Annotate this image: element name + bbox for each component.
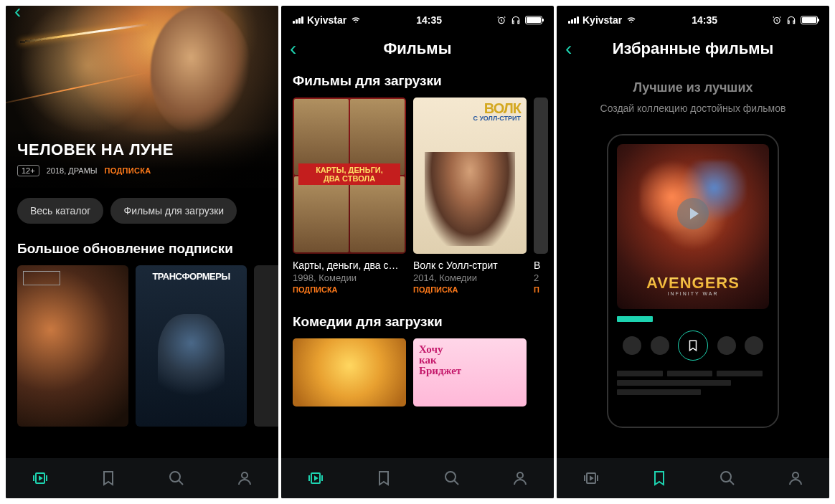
movie-tag: П bbox=[534, 285, 548, 294]
page-title: Фильмы bbox=[384, 39, 452, 58]
status-right bbox=[772, 15, 818, 25]
back-button[interactable]: ‹ bbox=[290, 37, 296, 60]
status-time: 14:35 bbox=[692, 14, 717, 26]
poster-text: ВОЛК bbox=[473, 102, 521, 115]
movie-poster[interactable] bbox=[293, 338, 406, 406]
poster-subtitle: INFINITY WAR bbox=[617, 291, 769, 296]
tab-bookmarks[interactable] bbox=[374, 468, 394, 488]
comedy-row[interactable]: Хочу как Бриджет bbox=[281, 338, 554, 406]
play-icon bbox=[677, 198, 709, 229]
favorites-mockup: AVENGERS INFINITY WAR bbox=[607, 134, 779, 428]
movie-title: Карты, деньги, два с… bbox=[293, 260, 406, 271]
subscribe-tag: ПОДПИСКА bbox=[105, 166, 151, 175]
hero-meta: 2018, ДРАМЫ bbox=[47, 166, 98, 175]
screen-home: Kyivstar 14:34 ‹ ЧЕЛОВЕК НА ЛУНЕ 12+ 201… bbox=[6, 6, 278, 498]
headphones-icon bbox=[786, 15, 796, 25]
poster-item[interactable] bbox=[17, 265, 128, 427]
movie-poster[interactable]: ВОЛКС УОЛЛ-СТРИТ bbox=[413, 98, 527, 254]
chip-catalog[interactable]: Весь каталог bbox=[17, 198, 103, 224]
svg-point-6 bbox=[445, 472, 456, 482]
hero-banner[interactable]: Kyivstar 14:34 ‹ ЧЕЛОВЕК НА ЛУНЕ 12+ 201… bbox=[6, 6, 278, 188]
poster-row[interactable]: ТРАНСФОРМЕРЫ bbox=[6, 265, 278, 427]
svg-point-10 bbox=[721, 472, 731, 482]
battery-icon bbox=[525, 16, 542, 24]
tab-profile[interactable] bbox=[235, 468, 255, 488]
movie-title: В bbox=[534, 260, 548, 271]
movie-tag: ПОДПИСКА bbox=[413, 285, 527, 294]
status-time: 14:35 bbox=[416, 14, 442, 26]
movie-poster[interactable]: КАРТЫ, ДЕНЬГИ,ДВА СТВОЛА bbox=[293, 98, 406, 254]
headphones-icon bbox=[511, 15, 521, 25]
back-button[interactable]: ‹ bbox=[565, 37, 572, 60]
mockup-accent-bar bbox=[617, 316, 653, 322]
signal-icon bbox=[568, 16, 579, 24]
mockup-line bbox=[617, 380, 731, 386]
tab-search[interactable] bbox=[717, 468, 737, 488]
wifi-icon bbox=[350, 16, 362, 24]
svg-point-11 bbox=[793, 472, 798, 478]
mockup-dot bbox=[745, 336, 763, 355]
alarm-icon bbox=[772, 15, 782, 25]
poster-text: С УОЛЛ-СТРИТ bbox=[473, 115, 521, 122]
section-title: Комедии для загрузки bbox=[281, 307, 554, 338]
carrier-label: Kyivstar bbox=[582, 14, 622, 26]
tab-search[interactable] bbox=[442, 468, 462, 488]
tab-home[interactable] bbox=[581, 468, 601, 488]
hero-title: ЧЕЛОВЕК НА ЛУНЕ bbox=[17, 141, 267, 159]
poster-title: AVENGERS bbox=[617, 274, 769, 293]
poster-text: ДВА СТВОЛА bbox=[298, 174, 400, 183]
mockup-line bbox=[667, 371, 713, 376]
bookmark-icon bbox=[678, 331, 708, 361]
chip-row: Весь каталог Фильмы для загрузки bbox=[6, 188, 278, 234]
wifi-icon bbox=[626, 16, 637, 24]
movie-poster[interactable] bbox=[534, 98, 548, 254]
section-title: Фильмы для загрузки bbox=[281, 66, 554, 98]
mockup-line bbox=[717, 371, 763, 376]
favorites-description: Создай коллекцию достойных фильмов bbox=[557, 103, 829, 114]
tab-bookmarks[interactable] bbox=[649, 468, 669, 488]
poster-text: Хочу bbox=[419, 344, 521, 355]
movie-meta: 2 bbox=[534, 272, 548, 283]
movie-meta: 2014, Комедии bbox=[413, 272, 527, 283]
mockup-line bbox=[617, 389, 701, 395]
tab-home[interactable] bbox=[30, 468, 50, 488]
tab-profile[interactable] bbox=[786, 468, 806, 488]
mockup-line bbox=[617, 371, 663, 376]
movie-meta: 1998, Комедии bbox=[293, 272, 406, 283]
screen-favorites: Kyivstar 14:35 ‹ Избранные фильмы Лучшие… bbox=[557, 6, 829, 498]
svg-point-3 bbox=[242, 472, 247, 478]
status-left: Kyivstar bbox=[568, 14, 637, 26]
movie-card[interactable]: КАРТЫ, ДЕНЬГИ,ДВА СТВОЛА Карты, деньги, … bbox=[293, 98, 406, 294]
mockup-dot bbox=[623, 336, 641, 355]
tab-profile[interactable] bbox=[510, 468, 530, 488]
tab-bar bbox=[557, 458, 829, 498]
tab-home[interactable] bbox=[306, 468, 326, 488]
movie-poster[interactable]: Хочу как Бриджет bbox=[413, 338, 527, 406]
signal-icon bbox=[293, 16, 303, 24]
svg-point-2 bbox=[170, 472, 180, 482]
poster-text: КАРТЫ, ДЕНЬГИ, bbox=[298, 166, 400, 174]
poster-item[interactable]: ТРАНСФОРМЕРЫ bbox=[136, 265, 247, 427]
mockup-poster: AVENGERS INFINITY WAR bbox=[617, 144, 769, 309]
status-right bbox=[496, 15, 542, 25]
tab-bar bbox=[281, 458, 554, 498]
screen-movies: Kyivstar 14:35 ‹ Фильмы Фильмы для загру… bbox=[281, 6, 554, 498]
mockup-dot bbox=[717, 336, 736, 355]
movie-tag: ПОДПИСКА bbox=[293, 285, 406, 294]
status-left: Kyivstar bbox=[293, 14, 362, 26]
page-title: Избранные фильмы bbox=[613, 39, 774, 58]
mockup-dot bbox=[651, 336, 669, 355]
poster-item[interactable] bbox=[254, 265, 278, 427]
tab-bookmarks[interactable] bbox=[98, 468, 118, 488]
movie-row[interactable]: КАРТЫ, ДЕНЬГИ,ДВА СТВОЛА Карты, деньги, … bbox=[281, 98, 554, 294]
tab-bar bbox=[6, 458, 278, 498]
favorites-subtitle: Лучшие из лучших bbox=[557, 80, 829, 95]
movie-card[interactable]: В 2 П bbox=[534, 98, 548, 294]
movie-card[interactable]: ВОЛКС УОЛЛ-СТРИТ Волк с Уолл-стрит 2014,… bbox=[413, 98, 527, 294]
carrier-label: Kyivstar bbox=[307, 14, 346, 26]
chip-downloads[interactable]: Фильмы для загрузки bbox=[110, 198, 237, 224]
battery-icon bbox=[801, 16, 818, 24]
back-button[interactable]: ‹ bbox=[14, 6, 21, 23]
movie-title: Волк с Уолл-стрит bbox=[413, 260, 527, 271]
tab-search[interactable] bbox=[166, 468, 187, 488]
